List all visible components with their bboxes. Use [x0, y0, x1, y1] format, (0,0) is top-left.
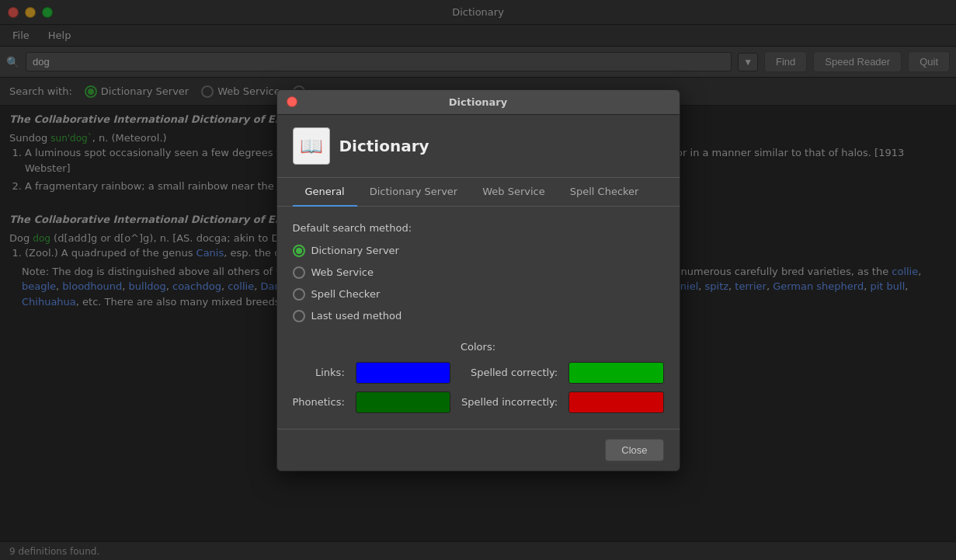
- radio-spell-checker-circle: [293, 288, 305, 301]
- radio-option-last-used[interactable]: Last used method: [293, 310, 664, 322]
- radio-web-service-label: Web Service: [311, 266, 374, 278]
- default-search-label: Default search method:: [293, 222, 664, 234]
- modal-title: Dictionary: [449, 96, 507, 108]
- colors-grid: Links: Spelled correctly: Phonetics: Spe…: [293, 362, 664, 413]
- modal-body: Default search method: Dictionary Server…: [277, 207, 680, 429]
- modal-close-button[interactable]: [287, 96, 297, 107]
- radio-last-used-label: Last used method: [311, 310, 402, 322]
- spelled-correctly-label: Spelled correctly:: [461, 367, 558, 378]
- colors-section-label: Colors:: [293, 341, 664, 353]
- tab-dictionary-server[interactable]: Dictionary Server: [357, 178, 470, 207]
- radio-dictionary-server-circle: [293, 245, 305, 257]
- spelled-incorrectly-color-swatch[interactable]: [568, 391, 663, 413]
- modal-overlay: Dictionary 📖 Dictionary General Dictiona…: [0, 0, 956, 560]
- modal-tabs: General Dictionary Server Web Service Sp…: [277, 178, 680, 207]
- phonetics-color-label: Phonetics:: [293, 396, 345, 408]
- tab-spell-checker[interactable]: Spell Checker: [558, 178, 652, 207]
- links-color-swatch[interactable]: [356, 362, 450, 384]
- modal-footer: Close: [277, 429, 680, 471]
- spelled-correctly-color-swatch[interactable]: [568, 362, 663, 384]
- modal-app-name: Dictionary: [339, 137, 429, 155]
- preferences-dialog: Dictionary 📖 Dictionary General Dictiona…: [276, 89, 680, 471]
- links-color-label: Links:: [293, 367, 345, 378]
- radio-dictionary-server-label: Dictionary Server: [311, 245, 399, 256]
- phonetics-color-swatch[interactable]: [356, 391, 450, 413]
- modal-close-footer-button[interactable]: Close: [605, 439, 663, 461]
- app-icon-image: 📖: [300, 135, 323, 157]
- app-icon: 📖: [293, 127, 330, 165]
- modal-header: 📖 Dictionary: [277, 115, 680, 178]
- tab-web-service[interactable]: Web Service: [470, 178, 558, 207]
- radio-option-spell-checker[interactable]: Spell Checker: [293, 288, 664, 301]
- radio-option-dictionary-server[interactable]: Dictionary Server: [293, 245, 664, 257]
- radio-spell-checker-label: Spell Checker: [311, 288, 381, 300]
- tab-general[interactable]: General: [293, 178, 357, 207]
- radio-web-service-circle: [293, 266, 305, 279]
- spelled-incorrectly-label: Spelled incorrectly:: [461, 396, 558, 408]
- modal-title-bar: Dictionary: [277, 90, 680, 115]
- search-method-radio-group: Dictionary Server Web Service Spell Chec…: [293, 245, 664, 322]
- radio-last-used-circle: [293, 310, 305, 322]
- radio-option-web-service[interactable]: Web Service: [293, 266, 664, 279]
